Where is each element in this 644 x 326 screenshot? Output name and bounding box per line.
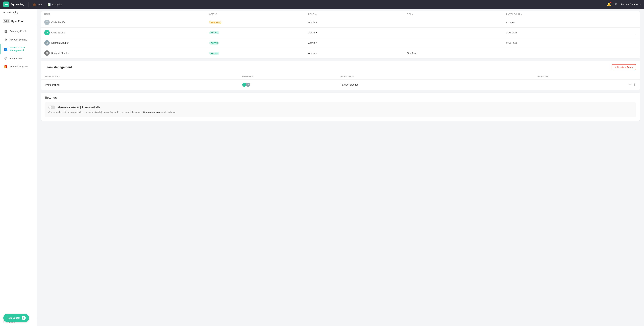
team-management-header: Team Management + Create a Team [41, 61, 640, 74]
integrations-icon: ◎ [4, 56, 8, 60]
team-name-sort-icon: ↑ [59, 76, 60, 78]
role-dropdown-icon-1: ▾ [316, 21, 317, 24]
help-center-label: Help Center [7, 316, 20, 319]
account-settings-icon: ⚙ [4, 38, 8, 42]
row-menu-button-3[interactable]: ⋮ [634, 41, 636, 45]
last-login-2: 2 Oct 2023 [506, 32, 630, 34]
nav-item-analytics[interactable]: 📊 Analytics [48, 2, 62, 7]
last-login-3: 19 Jul 2023 [506, 42, 630, 44]
avatar-4: RS [44, 50, 50, 56]
sidebar-company: RYSE Ryse Photo [0, 16, 37, 25]
role-dropdown-icon-2: ▾ [316, 31, 317, 34]
layout: ✉ Messaging RYSE Ryse Photo ▦ Company Pr… [0, 9, 644, 326]
create-team-button[interactable]: + Create a Team [612, 64, 636, 70]
topnav: SP SquarePeg 💼 Jobs 📊 Analytics 🔔 ✉ Rach… [0, 0, 644, 9]
col-role: ROLE ⇅ [308, 13, 407, 16]
row-menu-button-2[interactable]: ⋮ [634, 31, 636, 35]
nav-divider [28, 2, 29, 7]
user-cell-1: CS Chris Stauffer [44, 20, 209, 25]
member-avatar-ns: NS [246, 82, 250, 87]
avatar-1: CS [44, 20, 50, 25]
topnav-right: 🔔 ✉ Rachael Stauffer ▾ [607, 2, 641, 7]
avatar-2: CS [44, 30, 50, 35]
status-cell-2: ACTIVE [209, 31, 308, 34]
team-col-manager: MANAGER ⇅ [340, 75, 538, 78]
nav-jobs-label: Jobs [37, 3, 42, 6]
col-status: STATUS [209, 13, 308, 16]
sidebar-item-integrations[interactable]: ◎ Integrations [0, 54, 37, 62]
help-center-button[interactable]: Help Center ? [3, 314, 29, 322]
role-dropdown-icon-3: ▾ [316, 42, 317, 44]
role-select-3[interactable]: Admin ▾ [308, 42, 407, 44]
sidebar-item-teams-user-management[interactable]: 👥 Teams & User Management [0, 44, 37, 54]
edit-team-button[interactable]: ✏ [630, 83, 632, 86]
status-cell-3: ACTIVE [209, 41, 308, 45]
actions-cell-2: ⋮ [630, 31, 636, 35]
role-select-1[interactable]: Admin ▾ [308, 21, 407, 24]
team-col-manager2: MANAGER [538, 75, 636, 78]
team-col-members: MEMBERS [242, 75, 340, 78]
login-sort-icon: ⇅ [521, 14, 522, 15]
sidebar-item-referral-program[interactable]: 🎁 Referral Program [0, 62, 37, 71]
help-icon: ? [22, 316, 26, 320]
col-last-login: LAST LOG IN ⇅ [506, 13, 630, 16]
company-logo-abbr: RYSE [3, 20, 10, 23]
toggle-label: Allow teammates to join automatically [58, 106, 100, 109]
user-name-1: Chris Stauffer [51, 21, 66, 24]
delete-team-button[interactable]: 🗑 [633, 83, 636, 86]
analytics-icon: 📊 [48, 3, 51, 6]
logo[interactable]: SP SquarePeg [3, 2, 24, 7]
role-select-2[interactable]: Admin ▾ [308, 31, 407, 34]
manager-sort-icon: ⇅ [352, 76, 354, 78]
settings-title: Settings [45, 96, 636, 99]
user-name-3: Norman Stauffer [51, 42, 68, 44]
status-badge-2: ACTIVE [209, 31, 219, 34]
messaging-label: Messaging [7, 11, 18, 14]
sidebar: ✉ Messaging RYSE Ryse Photo ▦ Company Pr… [0, 9, 37, 326]
user-name-4: Rachael Stauffer [51, 52, 69, 54]
toggle-description: Other members of your organization can a… [48, 111, 632, 114]
team-management-title: Team Management [45, 66, 72, 69]
create-team-plus-icon: + [615, 66, 616, 69]
users-section: NAME STATUS ROLE ⇅ TEAM LAST LOG IN ⇅ CS… [41, 12, 640, 58]
table-row: CS Chris Stauffer PENDING Admin ▾ Accept… [41, 17, 640, 28]
notifications-button[interactable]: 🔔 [607, 2, 611, 7]
status-cell-1: PENDING [209, 21, 308, 24]
company-profile-icon: ▦ [4, 29, 8, 33]
user-cell-3: NS Norman Stauffer [44, 40, 209, 46]
account-settings-label: Account Settings [10, 38, 27, 41]
referral-icon: 🎁 [4, 65, 8, 68]
settings-content: Settings Allow teammates to join automat… [41, 93, 640, 121]
company-profile-label: Company Profile [10, 30, 27, 33]
col-actions [630, 13, 636, 16]
status-cell-4: ACTIVE [209, 52, 308, 55]
sign-out-icon: ℹ [3, 321, 4, 323]
user-name-2: Chris Stauffer [51, 31, 66, 34]
toggle-knob [49, 106, 52, 109]
auto-join-toggle-card: Allow teammates to join automatically Ot… [45, 102, 636, 117]
integrations-label: Integrations [10, 57, 22, 60]
user-dropdown-icon: ▾ [640, 3, 641, 6]
messages-button[interactable]: ✉ [614, 2, 617, 7]
main-content: NAME STATUS ROLE ⇅ TEAM LAST LOG IN ⇅ CS… [37, 9, 644, 326]
actions-cell-3: ⋮ [630, 41, 636, 45]
sidebar-messaging[interactable]: ✉ Messaging [0, 9, 37, 16]
referral-label: Referral Program [10, 65, 28, 68]
nav-item-jobs[interactable]: 💼 Jobs [33, 2, 42, 7]
auto-join-toggle[interactable] [48, 105, 55, 109]
notification-dot [610, 2, 612, 3]
teams-label: Teams & User Management [10, 46, 34, 52]
user-name-label: Rachael Stauffer [621, 3, 638, 6]
sidebar-item-company-profile[interactable]: ▦ Company Profile [0, 27, 37, 36]
sidebar-item-account-settings[interactable]: ⚙ Account Settings [0, 36, 37, 44]
team-table-header: TEAM NAME ↑ MEMBERS MANAGER ⇅ MANAGER [41, 74, 640, 80]
status-badge-3: ACTIVE [209, 42, 219, 45]
col-name: NAME [44, 13, 209, 16]
team-col-name: TEAM NAME ↑ [45, 75, 242, 78]
user-menu-button[interactable]: Rachael Stauffer ▾ [621, 3, 641, 6]
sidebar-nav: ▦ Company Profile ⚙ Account Settings 👥 T… [0, 25, 37, 318]
role-select-4[interactable]: Admin ▾ [308, 52, 407, 54]
table-row: NS Norman Stauffer ACTIVE Admin ▾ 19 Jul… [41, 38, 640, 48]
last-login-1: Accepted [506, 21, 630, 24]
toggle-desc-after: email address. [160, 111, 175, 113]
